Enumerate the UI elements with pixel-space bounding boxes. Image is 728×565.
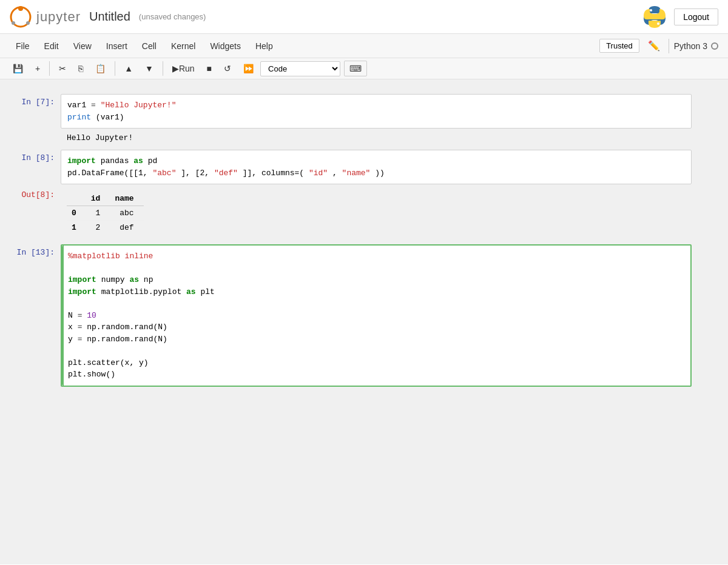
x-val: np.random.rand(N) <box>87 323 167 332</box>
menu-insert[interactable]: Insert <box>100 39 133 53</box>
cell-3-prompt: In [13]: <box>12 244 61 257</box>
cell-type-dropdown[interactable]: Code Markdown Raw NBConvert Heading <box>260 61 340 76</box>
logout-button[interactable]: Logout <box>674 8 718 25</box>
dataframe-col-id: id <box>86 192 110 206</box>
cell-1-line-2: print (var1) <box>67 112 685 124</box>
cell-3-line-n: N = 10 <box>68 310 684 322</box>
dataframe-table: id name 0 1 abc 1 2 def <box>67 192 144 235</box>
toolbar-separator-3 <box>163 61 163 76</box>
kernel-status-circle <box>711 42 718 50</box>
cell-3-line-3: import numpy as np <box>68 274 684 286</box>
cell-3-line-blank-1 <box>68 262 684 275</box>
plt-scatter: plt.scatter(x, y) <box>68 358 149 367</box>
keyboard-shortcuts-button[interactable]: ⌨ <box>344 61 367 76</box>
dataframe-header-row: id name <box>67 192 144 206</box>
df-mid: ], [2, <box>181 169 209 178</box>
interrupt-button[interactable]: ■ <box>201 61 217 76</box>
paste-cell-button[interactable]: 📋 <box>90 61 111 76</box>
restart-button[interactable]: ↺ <box>218 61 237 76</box>
pencil-icon-button[interactable]: ✏️ <box>644 39 664 53</box>
cell-2-input[interactable]: import pandas as pd pd.DataFrame([[1, "a… <box>61 150 692 184</box>
cell-section-3: In [13]: %matplotlib inline import numpy… <box>0 244 728 387</box>
x-var: x <box>68 323 73 332</box>
toolbar: 💾 + ✂ ⎘ 📋 ▲ ▼ ▶ Run ■ ↺ ⏩ Code Markdown … <box>0 58 728 79</box>
cell-3-line-y: y = np.random.rand(N) <box>68 333 684 346</box>
cell-section-2: In [8]: import pandas as pd pd.DataFrame… <box>0 150 728 239</box>
move-up-button[interactable]: ▲ <box>119 61 138 76</box>
cell-3-input[interactable]: %matplotlib inline import numpy as np im… <box>61 244 692 387</box>
python-logo-icon <box>642 5 667 29</box>
as-kw-np: as <box>129 275 139 284</box>
menubar: File Edit View Insert Cell Kernel Widget… <box>0 34 728 58</box>
notebook-area: In [7]: var1 = "Hello Jupyter!" print (v… <box>0 79 728 564</box>
svg-point-3 <box>12 21 15 25</box>
as-kw-plt: as <box>186 287 196 296</box>
menu-edit[interactable]: Edit <box>38 39 65 53</box>
notebook-title[interactable]: Untitled <box>89 10 130 24</box>
print-args: (var1) <box>96 113 124 122</box>
abc-str: "abc" <box>152 169 176 178</box>
menu-widgets[interactable]: Widgets <box>204 39 247 53</box>
trusted-button[interactable]: Trusted <box>599 39 639 53</box>
kernel-name-label: Python 3 <box>674 41 707 51</box>
cell-1-output-container: Hello Jupyter! <box>0 131 728 145</box>
hello-string: "Hello Jupyter!" <box>101 101 177 110</box>
import-kw-np: import <box>68 275 96 284</box>
dataframe-col-name: name <box>110 192 143 206</box>
dataframe-col-idx <box>67 192 86 206</box>
x-eq: = <box>78 323 87 332</box>
cell-3-line-x: x = np.random.rand(N) <box>68 321 684 333</box>
menu-view[interactable]: View <box>67 39 98 53</box>
save-button[interactable]: 💾 <box>7 61 29 76</box>
import-kw-plt: import <box>68 287 96 296</box>
move-down-button[interactable]: ▼ <box>140 61 159 76</box>
copy-cell-button[interactable]: ⎘ <box>73 61 89 76</box>
cell-1-line-1: var1 = "Hello Jupyter!" <box>67 99 685 112</box>
df-cols-start: ]], columns=( <box>243 169 304 178</box>
run-button[interactable]: ▶ Run <box>167 61 200 76</box>
menubar-right: Trusted ✏️ Python 3 <box>599 39 718 53</box>
df-comma: , <box>332 169 337 178</box>
cell-1-input[interactable]: var1 = "Hello Jupyter!" print (var1) <box>61 94 692 129</box>
print-fn: print <box>67 113 91 122</box>
matplotlib-name: matplotlib.pyplot <box>101 287 186 296</box>
menubar-left: File Edit View Insert Cell Kernel Widget… <box>10 39 599 53</box>
cell-1-output: Hello Jupyter! <box>61 131 692 145</box>
menu-help[interactable]: Help <box>249 39 279 53</box>
cell-2-output: id name 0 1 abc 1 2 def <box>61 187 692 239</box>
cut-cell-button[interactable]: ✂ <box>53 61 72 76</box>
matplotlib-magic: %matplotlib inline <box>68 252 153 261</box>
as-kw-1: as <box>133 156 143 165</box>
pd-alias: pd <box>148 156 158 165</box>
cell-container-3: In [13]: %matplotlib inline import numpy… <box>0 244 728 387</box>
dataframe-cell-1-id: 2 <box>86 221 110 235</box>
unsaved-changes-label: (unsaved changes) <box>139 12 206 21</box>
menu-kernel[interactable]: Kernel <box>165 39 201 53</box>
svg-point-1 <box>18 6 23 11</box>
dataframe-cell-0-id: 1 <box>86 206 110 221</box>
dataframe-idx-0: 0 <box>67 206 86 221</box>
plt-alias: plt <box>200 287 214 296</box>
dataframe-row-0: 0 1 abc <box>67 206 144 221</box>
cell-2-prompt: In [8]: <box>12 150 61 162</box>
add-cell-button[interactable]: + <box>30 61 46 76</box>
svg-point-4 <box>650 9 652 12</box>
cell-3-line-1: %matplotlib inline <box>68 250 684 262</box>
plt-show: plt.show() <box>68 370 115 379</box>
def-str: "def" <box>214 169 238 178</box>
cell-3-line-4: import matplotlib.pyplot as plt <box>68 286 684 298</box>
cell-section-1: In [7]: var1 = "Hello Jupyter!" print (v… <box>0 94 728 145</box>
logo-area: jupyter Untitled (unsaved changes) <box>10 6 642 28</box>
toolbar-separator-2 <box>115 61 115 76</box>
cell-container-1: In [7]: var1 = "Hello Jupyter!" print (v… <box>0 94 728 129</box>
header-right: Logout <box>642 5 718 29</box>
pandas-name: pandas <box>101 156 134 165</box>
name-str: "name" <box>342 169 371 178</box>
id-str: "id" <box>309 169 328 178</box>
cell-1-prompt: In [7]: <box>12 94 61 107</box>
toolbar-separator-1 <box>49 61 50 76</box>
kernel-separator <box>669 39 669 53</box>
menu-cell[interactable]: Cell <box>136 39 163 53</box>
menu-file[interactable]: File <box>10 39 36 53</box>
restart-run-all-button[interactable]: ⏩ <box>238 61 259 76</box>
